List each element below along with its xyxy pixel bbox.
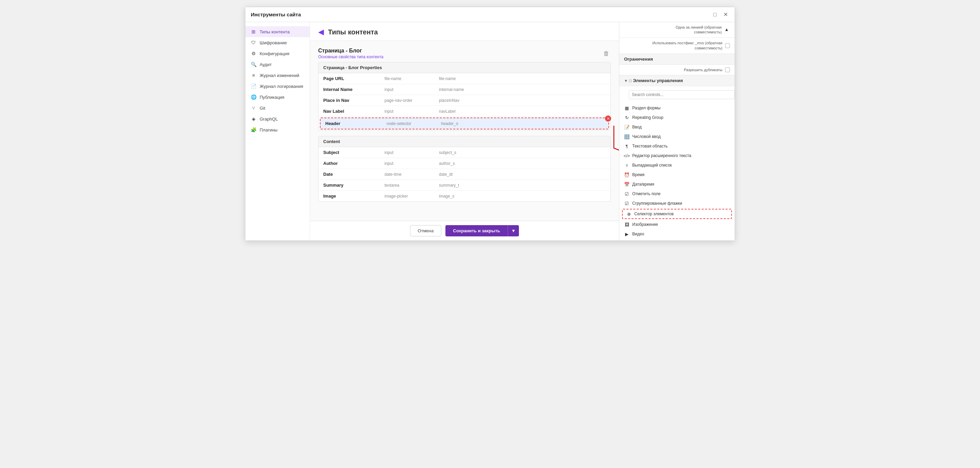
control-textarea[interactable]: ¶ Текстовая область (619, 141, 735, 151)
panel-top-row-2: Использовать постфикс _mvs (обратная сов… (619, 38, 735, 54)
delete-section-button[interactable]: 🗑 (602, 49, 611, 59)
sidebar-item-label: Журнал логирования (259, 84, 303, 89)
prop-row-place-in-nav[interactable]: Place in Nav page-nav-order placeInNav (318, 95, 611, 106)
control-label: Время (632, 173, 644, 177)
content-types-icon: ⊞ (251, 29, 256, 34)
sidebar-item-label: Конфигурация (259, 51, 289, 56)
maximize-button[interactable]: □ (712, 11, 718, 18)
publishing-icon: 🌐 (251, 94, 256, 100)
properties-block-content: Content Subject input subject_s Author i… (318, 136, 611, 202)
panel-label-1: Одна за линией (обратная совместимость) (647, 25, 722, 35)
control-label: Изображение (632, 222, 658, 227)
sidebar-item-configuration[interactable]: ⚙ Конфигурация (245, 48, 310, 59)
dropdown-icon: ▿ (624, 163, 630, 168)
sidebar-item-audit[interactable]: 🔍 Аудит (245, 59, 310, 70)
sidebar-item-content-types[interactable]: ⊞ Типы контента (245, 26, 310, 37)
panel-top-row-1: Одна за линией (обратная совместимость) … (619, 22, 735, 38)
prop-name: Subject (323, 150, 385, 155)
control-grouped-checkboxes[interactable]: ☑ Сгруппированные флажки (619, 198, 735, 208)
control-input[interactable]: 📝 Ввод (619, 122, 735, 132)
mvs-checkbox[interactable] (725, 43, 730, 48)
prop-key: summary_t (439, 183, 606, 188)
control-label: Редактор расширенного текста (632, 153, 692, 158)
control-label: Repeating Group (632, 115, 663, 120)
logging-icon: 📄 (251, 83, 256, 89)
input-icon: 📝 (624, 124, 630, 130)
sidebar-item-graphql[interactable]: ◈ GraphQL (245, 113, 310, 124)
prop-row-author[interactable]: Author input author_s (318, 158, 611, 169)
sidebar-item-logging[interactable]: 📄 Журнал логирования (245, 81, 310, 92)
control-transcoded-video[interactable]: 🎬 Перекодированное видео (619, 239, 735, 240)
control-label: Текстовая область (632, 144, 668, 149)
control-video[interactable]: ▶ Видео (619, 229, 735, 239)
prop-name: Page URL (323, 76, 385, 81)
section-title-bar: Страница - Блог Основные свойства типа к… (318, 48, 611, 59)
remove-header-button[interactable]: ✕ (605, 115, 611, 121)
restrictions-header: Ограничения (619, 54, 735, 65)
prop-type: file-name (385, 76, 439, 81)
prop-type: input (385, 109, 439, 114)
close-button[interactable]: ✕ (722, 11, 729, 18)
search-controls-input[interactable] (629, 90, 735, 99)
control-numeric-input[interactable]: 🔢 Числовой ввод (619, 132, 735, 141)
video-icon: ▶ (624, 231, 630, 237)
plugins-icon: 🧩 (251, 127, 256, 133)
prop-row-image[interactable]: Image image-picker image_s (318, 191, 611, 201)
page-title: Типы контента (328, 28, 378, 36)
control-repeating-group[interactable]: ↻ Repeating Group (619, 113, 735, 122)
right-panel: Одна за линией (обратная совместимость) … (619, 22, 735, 240)
control-datetime[interactable]: 📅 Дата/время (619, 179, 735, 189)
control-image[interactable]: 🖼 Изображение (619, 220, 735, 229)
prop-name: Place in Nav (323, 98, 385, 103)
prop-type: node-selector (387, 121, 441, 126)
block-header-content: Content (318, 136, 611, 147)
save-dropdown-button[interactable]: ▼ (508, 225, 519, 236)
control-form-section[interactable]: ▦ Раздел формы (619, 103, 735, 113)
prop-row-page-url[interactable]: Page URL file-name file-name (318, 73, 611, 84)
control-label: Отметить поле (632, 192, 660, 196)
prop-row-nav-label[interactable]: Nav Label input navLabel (318, 106, 611, 117)
prop-key: date_dt (439, 172, 606, 177)
sidebar-item-publishing[interactable]: 🌐 Публикация (245, 92, 310, 102)
control-label: Раздел формы (632, 105, 660, 110)
audit-icon: 🔍 (251, 62, 256, 67)
controls-collapse-button[interactable]: ▼ (624, 79, 628, 83)
prop-row-subject[interactable]: Subject input subject_s (318, 147, 611, 158)
search-controls-container (619, 86, 735, 103)
sidebar-item-plugins[interactable]: 🧩 Плагины (245, 124, 310, 135)
prop-row-internal-name[interactable]: Internal Name input internal-name (318, 84, 611, 95)
control-time[interactable]: ⏰ Время (619, 170, 735, 179)
save-button[interactable]: Сохранить и закрыть (445, 225, 508, 236)
git-icon: ⑂ (251, 105, 256, 111)
page-header: ◀ Типы контента (310, 22, 619, 41)
control-rich-text[interactable]: </> Редактор расширенного текста (619, 151, 735, 160)
sidebar: ⊞ Типы контента 🛡 Шифрование ⚙ Конфигура… (245, 22, 310, 240)
control-item-selector[interactable]: ⊕ Селектор элементов (622, 209, 732, 219)
control-checkbox[interactable]: ☑ Отметить поле (619, 189, 735, 198)
prop-row-summary[interactable]: Summary textarea summary_t (318, 180, 611, 191)
sidebar-item-git[interactable]: ⑂ Git (245, 102, 310, 113)
sidebar-item-encryption[interactable]: 🛡 Шифрование (245, 37, 310, 48)
prop-row-header[interactable]: Header node-selector header_o ✕ (320, 118, 609, 129)
page-icon: ◀ (318, 27, 324, 37)
textarea-icon: ¶ (624, 144, 630, 149)
controls-header: ▼ □ Элементы управления (619, 75, 735, 86)
image-icon: 🖼 (624, 222, 630, 227)
control-label: Ввод (632, 125, 642, 129)
repeating-group-icon: ↻ (624, 115, 630, 120)
duplicates-row: Разрешить дубликаты (624, 67, 730, 72)
rich-text-icon: </> (624, 153, 630, 158)
duplicates-checkbox[interactable] (725, 67, 730, 72)
cancel-button[interactable]: Отмена (410, 225, 442, 236)
sidebar-item-label: Шифрование (259, 40, 287, 45)
sidebar-item-label: Плагины (259, 128, 278, 133)
content-area: Страница - Блог Основные свойства типа к… (310, 41, 619, 221)
control-dropdown[interactable]: ▿ Выпадающий список (619, 160, 735, 170)
sidebar-item-change-log[interactable]: ≡ Журнал изменений (245, 70, 310, 81)
section-title: Страница - Блог (318, 48, 383, 54)
prop-row-date[interactable]: Date date-time date_dt (318, 169, 611, 180)
prop-type: input (385, 161, 439, 166)
sidebar-item-label: Аудит (259, 62, 272, 67)
prop-key: placeInNav (439, 98, 606, 103)
right-panel-scroll: Одна за линией (обратная совместимость) … (619, 22, 735, 240)
